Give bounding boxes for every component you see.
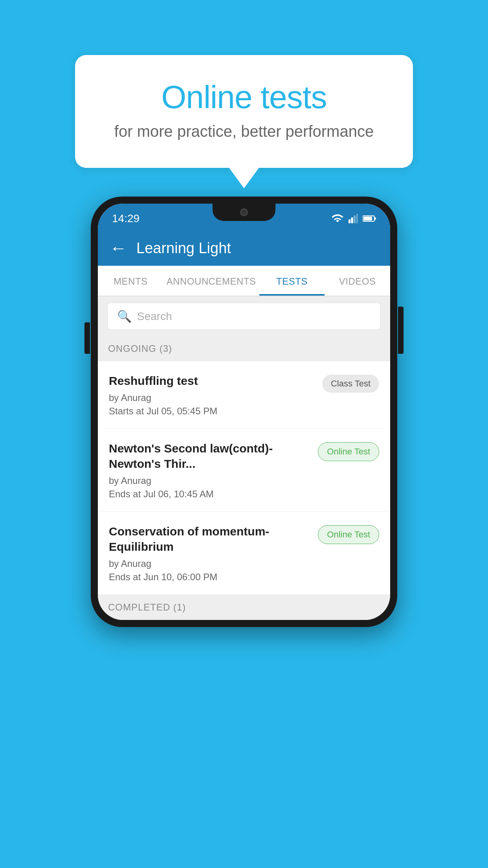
speech-bubble: Online tests for more practice, better p… — [75, 55, 413, 168]
phone-wrapper: 14:29 — [91, 197, 397, 627]
search-bar[interactable]: 🔍 Search — [107, 303, 381, 330]
app-bar-title: Learning Light — [136, 240, 231, 257]
test-item-3[interactable]: Conservation of momentum-Equilibrium by … — [98, 512, 390, 595]
search-container: 🔍 Search — [98, 296, 390, 336]
test-item-2[interactable]: Newton's Second law(contd)-Newton's Thir… — [98, 429, 390, 512]
svg-rect-3 — [356, 214, 358, 223]
ongoing-title: ONGOING (3) — [108, 343, 172, 354]
speech-bubble-container: Online tests for more practice, better p… — [75, 55, 413, 168]
ongoing-section-header: ONGOING (3) — [98, 336, 390, 361]
wifi-icon — [331, 214, 344, 223]
test-name-1: Reshuffling test — [109, 373, 314, 388]
svg-rect-0 — [349, 219, 350, 223]
battery-icon — [363, 214, 376, 223]
test-time-3: Ends at Jun 10, 06:00 PM — [109, 572, 310, 583]
tab-videos[interactable]: VIDEOS — [325, 266, 390, 296]
phone-notch — [213, 204, 275, 221]
test-name-2: Newton's Second law(contd)-Newton's Thir… — [109, 441, 310, 471]
status-time: 14:29 — [112, 212, 139, 225]
bubble-subtitle: for more practice, better performance — [106, 123, 382, 140]
phone-outer: 14:29 — [91, 197, 397, 627]
badge-online-test-3: Online Test — [318, 525, 379, 544]
svg-rect-5 — [374, 217, 376, 220]
tab-announcements[interactable]: ANNOUNCEMENTS — [163, 266, 259, 296]
test-by-3: by Anurag — [109, 558, 310, 569]
test-by-2: by Anurag — [109, 475, 310, 486]
test-info-3: Conservation of momentum-Equilibrium by … — [109, 524, 318, 583]
tab-tests[interactable]: TESTS — [259, 266, 325, 296]
bubble-title: Online tests — [106, 79, 382, 116]
signal-icon — [348, 214, 359, 223]
completed-section-header: COMPLETED (1) — [98, 595, 390, 620]
test-time-2: Ends at Jul 06, 10:45 AM — [109, 489, 310, 500]
test-list: Reshuffling test by Anurag Starts at Jul… — [98, 361, 390, 595]
svg-rect-1 — [351, 217, 353, 223]
badge-online-test-2: Online Test — [318, 442, 379, 461]
completed-title: COMPLETED (1) — [108, 602, 186, 612]
front-camera — [240, 208, 248, 216]
test-item-1[interactable]: Reshuffling test by Anurag Starts at Jul… — [98, 361, 390, 429]
test-info-1: Reshuffling test by Anurag Starts at Jul… — [109, 373, 322, 417]
test-by-1: by Anurag — [109, 392, 314, 403]
search-icon: 🔍 — [117, 309, 132, 323]
tab-ments[interactable]: MENTS — [98, 266, 163, 296]
back-button[interactable]: ← — [110, 239, 127, 257]
status-icons — [331, 214, 376, 223]
svg-rect-2 — [354, 215, 356, 223]
app-bar: ← Learning Light — [98, 230, 390, 266]
test-info-2: Newton's Second law(contd)-Newton's Thir… — [109, 441, 318, 500]
tabs-container: MENTS ANNOUNCEMENTS TESTS VIDEOS — [98, 266, 390, 296]
test-name-3: Conservation of momentum-Equilibrium — [109, 524, 310, 554]
svg-rect-6 — [363, 217, 372, 221]
search-placeholder: Search — [137, 310, 172, 323]
badge-class-test-1: Class Test — [322, 375, 379, 393]
test-time-1: Starts at Jul 05, 05:45 PM — [109, 406, 314, 417]
phone-inner: 14:29 — [98, 204, 390, 620]
